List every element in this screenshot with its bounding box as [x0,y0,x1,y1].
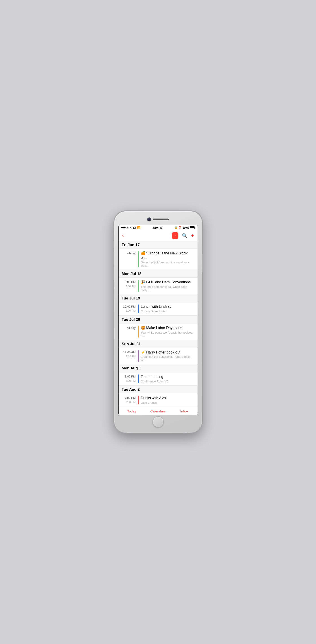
day-header: Tue Jul 19 [119,294,198,302]
event-content: ⚡ Harry Potter book outBreak out the but… [141,350,194,362]
list-icon: ≡ [174,234,176,238]
event-row[interactable]: all-day🍔 Make Labor Day plansYour white … [119,324,198,340]
signal-dot-1 [121,227,123,228]
event-row[interactable]: 12:00 PM1:00 PMLunch with LindsayCrosby … [119,302,198,316]
event-time-end: 8:00 PM [126,400,136,404]
volume-up-button [114,251,114,265]
event-time-start: 1:00 PM [125,374,135,379]
event-title: 🍔 Make Labor Day plans [141,326,194,330]
event-bar [138,280,139,292]
day-header: Tue Aug 2 [119,386,198,394]
event-subtitle: Conference Room #5 [141,380,194,383]
event-subtitle: Little Branch [141,401,194,404]
tab-bar: Today Calendars Inbox [119,407,198,415]
phone-frame: AT&T 📶 3:59 PM 🔒 ⏰ 100% ‹ ≡ 🔍 + [114,212,202,433]
event-content: 🍔 Make Labor Day plansYour white pants w… [141,326,194,338]
signal-strength [121,227,129,228]
signal-dot-2 [123,227,125,228]
phone-top-area [118,216,198,224]
status-left: AT&T 📶 [121,226,141,229]
tab-calendars[interactable]: Calendars [145,409,171,413]
event-time-start: all-day [127,251,135,256]
event-subtitle: Crosby Street Hotel [141,310,194,313]
battery-percent: 100% [183,226,189,229]
event-time-end: 1:00 AM [126,354,135,358]
day-header-text: Mon Jul 18 [122,272,142,276]
event-time: 7:00 PM8:00 PM [122,396,138,404]
event-row[interactable]: 1:00 PM2:00 PMTeam meetingConference Roo… [119,372,198,386]
event-content: Lunch with LindsayCrosby Street Hotel [141,304,194,313]
alarm-icon: ⏰ [179,226,182,229]
event-title: Team meeting [141,374,194,379]
status-right: 🔒 ⏰ 100% [174,226,195,229]
event-bar [138,396,139,404]
event-time-end: 7:00 PM [126,284,136,288]
event-time-start: 12:00 AM [123,350,136,354]
event-time-start: 12:00 PM [123,304,136,309]
event-time: all-day [122,326,138,338]
day-header-text: Mon Aug 1 [122,366,141,370]
event-content: 🍊 "Orange Is the New Black" pr...Get out… [141,251,194,268]
tab-today[interactable]: Today [119,409,145,413]
event-time-end: 2:00 PM [126,379,136,383]
event-bar [138,251,139,268]
day-header: Fri Jun 17 [119,241,198,249]
event-time-start: 7:00 PM [125,396,135,400]
day-header-text: Sun Jul 31 [122,342,141,346]
event-title: 🎉 GOP and Dem Conventions [141,280,194,285]
search-button[interactable]: 🔍 [182,233,187,238]
event-content: Drinks with AlexLittle Branch [141,396,194,404]
toolbar: ‹ ≡ 🔍 + [119,230,198,241]
list-view-button[interactable]: ≡ [172,232,178,239]
power-button [202,254,203,272]
phone-bottom [118,415,198,428]
event-title: 🍊 "Orange Is the New Black" pr... [141,251,194,260]
event-content: Team meetingConference Room #5 [141,374,194,383]
signal-dot-4 [127,227,129,228]
tab-inbox[interactable]: Inbox [171,409,197,413]
home-button[interactable] [153,416,164,428]
wifi-icon: 📶 [137,226,140,229]
camera [148,218,151,221]
back-button[interactable]: ‹ [122,233,124,238]
event-time: 12:00 AM1:00 AM [122,350,138,362]
event-row[interactable]: 12:00 AM1:00 AM⚡ Harry Potter book outBr… [119,348,198,364]
event-row[interactable]: 6:00 PM7:00 PM🎉 GOP and Dem ConventionsT… [119,278,198,294]
status-time: 3:59 PM [153,226,163,229]
event-bar [138,350,139,362]
event-time: 1:00 PM2:00 PM [122,374,138,383]
event-row[interactable]: all-day🍊 "Orange Is the New Black" pr...… [119,249,198,270]
event-time-end: 1:00 PM [126,309,136,313]
event-subtitle: Your white pants won't pack themselves. … [141,331,194,338]
carrier-label: AT&T [130,226,136,229]
event-time: 12:00 PM1:00 PM [122,304,138,313]
event-subtitle: Get out of jail free card to cancel your… [141,261,194,268]
day-header: Tue Jul 26 [119,316,198,324]
event-title: ⚡ Harry Potter book out [141,350,194,355]
speaker [153,218,169,220]
event-row[interactable]: 7:00 PM8:00 PMDrinks with AlexLittle Bra… [119,394,198,407]
phone-screen: AT&T 📶 3:59 PM 🔒 ⏰ 100% ‹ ≡ 🔍 + [118,225,198,415]
volume-down-button [114,267,114,280]
event-time-start: all-day [127,326,135,330]
event-time-start: 6:00 PM [125,280,135,284]
signal-dot-3 [125,227,127,228]
day-header-text: Fri Jun 17 [122,243,140,247]
event-time: all-day [122,251,138,268]
day-header: Mon Aug 1 [119,364,198,372]
event-bar [138,374,139,383]
event-bar [138,326,139,338]
calendar-list: Fri Jun 17all-day🍊 "Orange Is the New Bl… [119,241,198,407]
battery-fill [190,227,194,228]
day-header-text: Tue Jul 19 [122,296,140,300]
event-time: 6:00 PM7:00 PM [122,280,138,292]
add-event-button[interactable]: + [191,233,194,238]
event-bar [138,304,139,313]
toolbar-right-actions: ≡ 🔍 + [172,232,194,239]
event-subtitle: Break out the butterbeer. Potter's back … [141,355,194,362]
day-header-text: Tue Aug 2 [122,387,140,392]
lock-icon: 🔒 [174,226,178,229]
day-header: Sun Jul 31 [119,340,198,348]
event-title: Drinks with Alex [141,396,194,400]
volume-silent-button [114,240,114,248]
